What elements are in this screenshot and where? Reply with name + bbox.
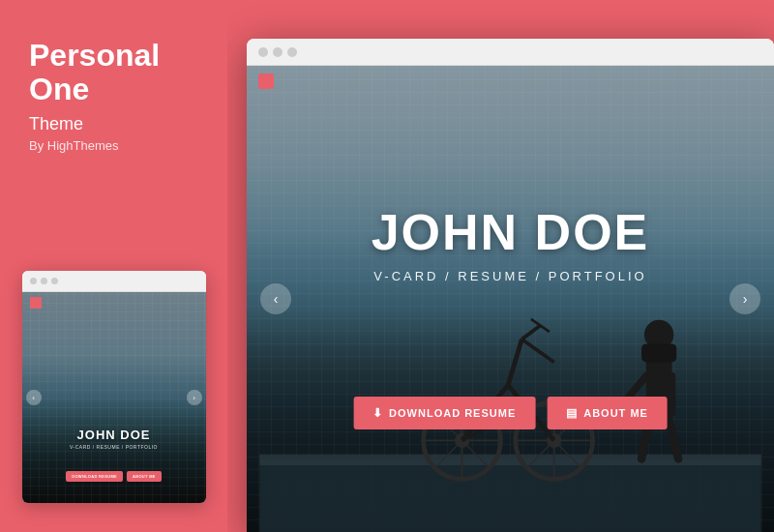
large-btn-resume[interactable]: ⬇ DOWNLOAD RESUME bbox=[353, 397, 535, 429]
small-btn-about[interactable]: ABOUT ME bbox=[127, 471, 162, 482]
small-hero-bg: ‹ › JOHN DOE V-CARD / RESUME / PORTFOLIO… bbox=[22, 292, 206, 503]
small-hero-name: JOHN DOE bbox=[22, 428, 206, 442]
small-browser-mockup: ‹ › JOHN DOE V-CARD / RESUME / PORTFOLIO… bbox=[22, 271, 206, 503]
large-browser-titlebar bbox=[247, 39, 774, 66]
small-hero-buttons: DOWNLOAD RESUME ABOUT ME bbox=[22, 471, 206, 482]
small-nav-right[interactable]: › bbox=[187, 390, 202, 405]
large-hero-name: JOHN DOE bbox=[247, 203, 774, 261]
large-hero-tagline: V-CARD / RESUME / PORTFOLIO bbox=[247, 269, 774, 283]
large-hero-overlay bbox=[247, 66, 774, 532]
small-hero-tagline: V-CARD / RESUME / PORTFOLIO bbox=[22, 444, 206, 450]
small-dot-1 bbox=[30, 278, 37, 284]
small-hero-text: JOHN DOE V-CARD / RESUME / PORTFOLIO bbox=[22, 428, 206, 450]
large-favicon bbox=[258, 74, 274, 89]
large-btn-resume-label: DOWNLOAD RESUME bbox=[389, 407, 516, 419]
large-nav-right[interactable]: › bbox=[729, 283, 760, 314]
large-hero-text: JOHN DOE V-CARD / RESUME / PORTFOLIO bbox=[247, 203, 774, 283]
card-icon: ▤ bbox=[566, 406, 578, 420]
small-favicon bbox=[30, 297, 42, 309]
large-browser-mockup: ‹ › JOHN DOE V-CARD / RESUME / PORTFOLIO bbox=[247, 39, 774, 532]
download-icon: ⬇ bbox=[372, 406, 383, 420]
left-panel: Personal One Theme By HighThemes ‹ › JOH… bbox=[0, 0, 227, 532]
large-hero-buttons: ⬇ DOWNLOAD RESUME ▤ ABOUT ME bbox=[353, 397, 668, 429]
right-panel: ‹ › JOHN DOE V-CARD / RESUME / PORTFOLIO bbox=[227, 0, 774, 532]
large-dot-2 bbox=[273, 47, 283, 57]
large-browser-content: ‹ › JOHN DOE V-CARD / RESUME / PORTFOLIO bbox=[247, 66, 774, 532]
theme-subtitle: Theme bbox=[29, 114, 198, 134]
small-dot-3 bbox=[51, 278, 58, 284]
large-nav-left[interactable]: ‹ bbox=[260, 283, 291, 314]
small-browser-titlebar bbox=[22, 271, 206, 292]
large-dot-1 bbox=[258, 47, 268, 57]
small-btn-resume[interactable]: DOWNLOAD RESUME bbox=[66, 471, 123, 482]
small-browser-content: ‹ › JOHN DOE V-CARD / RESUME / PORTFOLIO… bbox=[22, 292, 206, 503]
small-nav-left[interactable]: ‹ bbox=[26, 390, 42, 405]
large-dot-3 bbox=[287, 47, 297, 57]
large-btn-about[interactable]: ▤ ABOUT ME bbox=[547, 397, 668, 429]
large-hero-bg: ‹ › JOHN DOE V-CARD / RESUME / PORTFOLIO bbox=[247, 66, 774, 532]
small-dot-2 bbox=[41, 278, 47, 284]
theme-title: Personal One bbox=[29, 39, 198, 106]
theme-author: By HighThemes bbox=[29, 138, 198, 153]
large-btn-about-label: ABOUT ME bbox=[583, 407, 648, 419]
